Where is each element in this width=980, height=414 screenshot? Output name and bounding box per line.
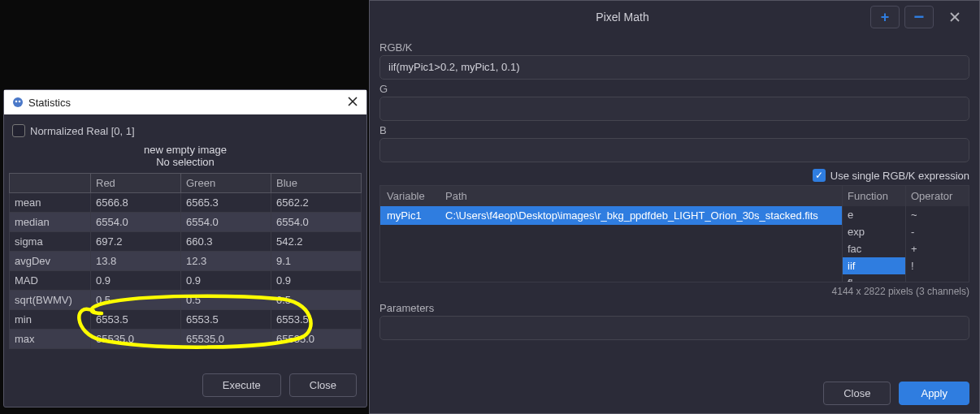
variable-path: C:\Users\f4eop\Desktop\images\r_bkg_ppdf… (439, 206, 842, 225)
normalized-label: Normalized Real [0, 1] (30, 125, 135, 137)
g-input[interactable] (379, 97, 969, 121)
use-single-checkbox[interactable]: ✓ (813, 169, 826, 182)
table-cell: 542.2 (271, 232, 362, 252)
table-cell: 6553.5 (271, 310, 362, 330)
table-cell: MAD (10, 271, 91, 291)
statistics-table: Red Green Blue mean6566.86565.36562.2med… (9, 173, 362, 349)
table-row: mean6566.86565.36562.2 (10, 193, 362, 213)
table-row: avgDev13.812.39.1 (10, 252, 362, 271)
b-input[interactable] (379, 138, 969, 162)
table-cell: 65535.0 (271, 330, 362, 349)
var-header-path[interactable]: Path (439, 186, 842, 206)
svg-point-2 (19, 101, 21, 103)
statistics-title: Statistics (28, 97, 347, 109)
table-cell: 0.9 (91, 271, 181, 291)
table-cell: 0.9 (271, 271, 362, 291)
table-cell: max (10, 330, 91, 349)
normalized-checkbox-row[interactable]: Normalized Real [0, 1] (9, 123, 362, 144)
function-item[interactable]: exp (843, 223, 905, 240)
col-blank[interactable] (10, 174, 91, 193)
col-red[interactable]: Red (91, 174, 181, 193)
app-icon (12, 97, 24, 108)
table-cell: 12.3 (181, 252, 271, 271)
table-cell: mean (10, 193, 91, 213)
table-cell: 0.5 (271, 291, 362, 310)
table-cell: 0.5 (181, 291, 271, 310)
table-cell: 6553.5 (181, 310, 271, 330)
rgbk-label: RGB/K (379, 41, 969, 54)
operator-header[interactable]: Operator (906, 186, 969, 206)
statistics-window: Statistics Normalized Real [0, 1] new em… (3, 89, 367, 408)
operator-item[interactable]: ! (906, 257, 969, 274)
svg-point-1 (15, 101, 18, 103)
table-cell: 0.9 (181, 271, 271, 291)
table-cell: sqrt(BWMV) (10, 291, 91, 310)
close-icon[interactable] (940, 11, 969, 23)
table-cell: 65535.0 (91, 330, 181, 349)
table-cell: 660.3 (181, 232, 271, 252)
pixelmath-title: Pixel Math (379, 11, 865, 24)
table-cell: 6554.0 (91, 213, 181, 232)
selection-label: No selection (9, 156, 362, 168)
pixelmath-titlebar[interactable]: Pixel Math + − (370, 1, 979, 33)
use-single-label: Use single RGB/K expression (830, 170, 969, 182)
col-green[interactable]: Green (181, 174, 271, 193)
table-header-row: Red Green Blue (10, 174, 362, 193)
var-header-variable[interactable]: Variable (380, 186, 439, 206)
table-row: sqrt(BWMV)0.50.50.5 (10, 291, 362, 310)
table-cell: 0.5 (91, 291, 181, 310)
pixelmath-middle: Variable Path myPic1 C:\Users\f4eop\Desk… (379, 185, 969, 282)
variable-row[interactable]: myPic1 C:\Users\f4eop\Desktop\images\r_b… (380, 206, 842, 225)
statistics-titlebar[interactable]: Statistics (4, 90, 366, 114)
function-item[interactable]: fac (843, 240, 905, 257)
table-row: median6554.06554.06554.0 (10, 213, 362, 232)
variables-column: Variable Path myPic1 C:\Users\f4eop\Desk… (380, 186, 842, 282)
image-info: 4144 x 2822 pixels (3 channels) (379, 286, 969, 297)
operator-item[interactable]: ~ (906, 206, 969, 223)
close-icon[interactable] (347, 94, 358, 111)
table-cell: 6554.0 (271, 213, 362, 232)
table-cell: 9.1 (271, 252, 362, 271)
variables-header: Variable Path (380, 186, 842, 206)
table-cell: 13.8 (91, 252, 181, 271)
pm-close-button[interactable]: Close (823, 382, 891, 405)
parameters-input[interactable] (379, 316, 969, 340)
parameters-label: Parameters (379, 302, 969, 314)
close-button[interactable]: Close (289, 373, 357, 397)
table-cell: 6562.2 (271, 193, 362, 213)
pixelmath-window: Pixel Math + − RGB/K iif(myPic1>0.2, myP… (369, 0, 980, 414)
operator-column: Operator ~-+! (905, 186, 969, 282)
g-label: G (379, 83, 969, 95)
function-header[interactable]: Function (843, 186, 905, 206)
apply-button[interactable]: Apply (899, 382, 969, 405)
table-cell: 65535.0 (181, 330, 271, 349)
function-item[interactable]: fl (843, 274, 905, 282)
image-name: new empty image (9, 144, 362, 156)
variable-name: myPic1 (380, 206, 439, 225)
table-cell: min (10, 310, 91, 330)
table-row: sigma697.2660.3542.2 (10, 232, 362, 252)
b-label: B (379, 124, 969, 136)
minus-icon[interactable]: − (904, 6, 934, 28)
col-blue[interactable]: Blue (271, 174, 362, 193)
table-cell: 6565.3 (181, 193, 271, 213)
plus-icon[interactable]: + (870, 6, 900, 28)
function-item[interactable]: iif (843, 257, 905, 274)
operator-item[interactable]: - (906, 223, 969, 240)
function-item[interactable]: e (843, 206, 905, 223)
svg-point-0 (13, 97, 23, 107)
use-single-row[interactable]: ✓ Use single RGB/K expression (379, 169, 969, 182)
table-row: max65535.065535.065535.0 (10, 330, 362, 349)
table-cell: sigma (10, 232, 91, 252)
rgbk-input[interactable]: iif(myPic1>0.2, myPic1, 0.1) (379, 55, 969, 80)
table-cell: median (10, 213, 91, 232)
table-cell: 6554.0 (181, 213, 271, 232)
normalized-checkbox[interactable] (12, 124, 25, 137)
execute-button[interactable]: Execute (202, 373, 281, 397)
table-cell: 697.2 (91, 232, 181, 252)
table-row: min6553.56553.56553.5 (10, 310, 362, 330)
operator-item[interactable]: + (906, 240, 969, 257)
table-row: MAD0.90.90.9 (10, 271, 362, 291)
table-cell: 6566.8 (91, 193, 181, 213)
table-cell: avgDev (10, 252, 91, 271)
